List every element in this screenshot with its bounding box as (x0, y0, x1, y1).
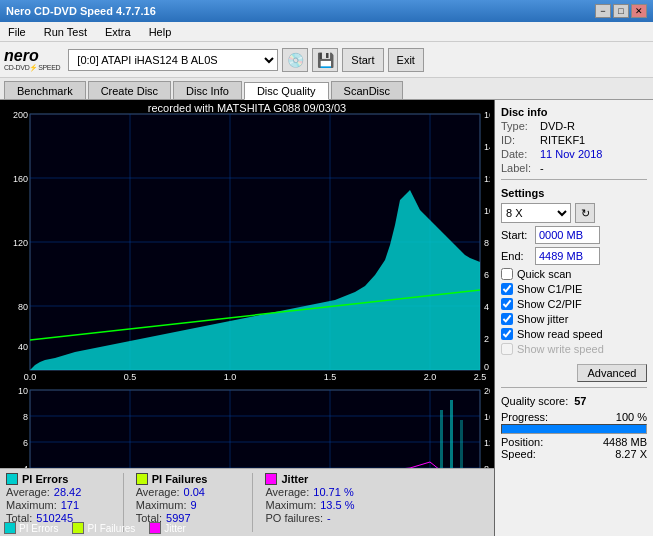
start-input[interactable] (535, 226, 600, 244)
svg-text:8: 8 (484, 238, 489, 248)
svg-text:40: 40 (18, 342, 28, 352)
show-c1pie-row: Show C1/PIE (501, 283, 647, 295)
title-bar-controls: − □ ✕ (595, 4, 647, 18)
svg-text:80: 80 (18, 302, 28, 312)
svg-text:0.5: 0.5 (124, 372, 137, 382)
toolbar: nero CD-DVD⚡SPEED [0:0] ATAPI iHAS124 B … (0, 42, 653, 78)
speed-label: Speed: (501, 448, 536, 460)
legend-area: PI Errors PI Failures Jitter (4, 522, 186, 534)
svg-text:1.5: 1.5 (324, 372, 337, 382)
tab-benchmark[interactable]: Benchmark (4, 81, 86, 99)
disc-label-value: - (540, 162, 544, 174)
device-select[interactable]: [0:0] ATAPI iHAS124 B AL0S (68, 49, 278, 71)
svg-text:10: 10 (484, 206, 490, 216)
exit-button[interactable]: Exit (388, 48, 424, 72)
svg-text:14: 14 (484, 142, 490, 152)
tab-createdisc[interactable]: Create Disc (88, 81, 171, 99)
svg-text:160: 160 (13, 174, 28, 184)
disc-id-label: ID: (501, 134, 536, 146)
show-jitter-row: Show jitter (501, 313, 647, 325)
menu-extra[interactable]: Extra (101, 24, 135, 40)
title-bar-text: Nero CD-DVD Speed 4.7.7.16 (6, 5, 156, 17)
svg-text:16: 16 (484, 412, 490, 422)
disc-type-label: Type: (501, 120, 536, 132)
show-c1pie-label: Show C1/PIE (517, 283, 582, 295)
save-icon[interactable]: 💾 (312, 48, 338, 72)
stats-pif-avg-row: Average: 0.04 (136, 486, 241, 498)
right-panel: Disc info Type: DVD-R ID: RITEKF1 Date: … (495, 100, 653, 536)
title-bar: Nero CD-DVD Speed 4.7.7.16 − □ ✕ (0, 0, 653, 22)
position-value: 4488 MB (603, 436, 647, 448)
menu-runtest[interactable]: Run Test (40, 24, 91, 40)
stats-pie-avg-row: Average: 28.42 (6, 486, 111, 498)
speed-value: 8.27 X (615, 448, 647, 460)
end-row: End: (501, 247, 647, 265)
settings-title: Settings (501, 187, 647, 199)
top-chart: 16 14 12 10 8 6 4 2 0 200 160 120 80 40 (13, 110, 490, 382)
divider-1 (501, 179, 647, 180)
menu-bar: File Run Test Extra Help (0, 22, 653, 42)
menu-file[interactable]: File (4, 24, 30, 40)
legend-jitter: Jitter (149, 522, 186, 534)
chart-header: recorded with MATSHITA G088 09/03/03 (0, 102, 494, 114)
tab-discquality[interactable]: Disc Quality (244, 82, 329, 100)
stats-jitter-title: Jitter (265, 473, 376, 485)
svg-text:8: 8 (23, 412, 28, 422)
quality-score-row: Quality score: 57 (501, 395, 647, 407)
stats-pif-max-row: Maximum: 9 (136, 499, 241, 511)
speed-row: 8 X ↻ (501, 203, 647, 223)
tab-scandisc[interactable]: ScanDisc (331, 81, 403, 99)
disc-label-row: Label: - (501, 162, 647, 174)
nero-logo-sub: CD-DVD⚡SPEED (4, 64, 60, 71)
svg-text:10: 10 (18, 386, 28, 396)
stats-jitter-max-row: Maximum: 13.5 % (265, 499, 376, 511)
speed-select[interactable]: 8 X (501, 203, 571, 223)
close-button[interactable]: ✕ (631, 4, 647, 18)
legend-pif-color (72, 522, 84, 534)
end-label: End: (501, 250, 531, 262)
disc-info-title: Disc info (501, 106, 647, 118)
position-label: Position: (501, 436, 543, 448)
maximize-button[interactable]: □ (613, 4, 629, 18)
svg-text:6: 6 (484, 270, 489, 280)
progress-label: Progress: (501, 411, 548, 423)
stats-jitter-po-row: PO failures: - (265, 512, 376, 524)
show-writespeed-checkbox[interactable] (501, 343, 513, 355)
menu-help[interactable]: Help (145, 24, 176, 40)
show-jitter-checkbox[interactable] (501, 313, 513, 325)
svg-text:4: 4 (484, 302, 489, 312)
svg-text:6: 6 (23, 438, 28, 448)
disc-date-label: Date: (501, 148, 536, 160)
disc-date-value: 11 Nov 2018 (540, 148, 602, 160)
minimize-button[interactable]: − (595, 4, 611, 18)
legend-jitter-label: Jitter (164, 523, 186, 534)
chart-area: recorded with MATSHITA G088 09/03/03 16 … (0, 100, 495, 536)
show-readspeed-checkbox[interactable] (501, 328, 513, 340)
start-button[interactable]: Start (342, 48, 383, 72)
speed-row-progress: Speed: 8.27 X (501, 448, 647, 460)
eject-icon[interactable]: 💿 (282, 48, 308, 72)
advanced-button[interactable]: Advanced (577, 364, 647, 382)
svg-text:2: 2 (484, 334, 489, 344)
disc-id-value: RITEKF1 (540, 134, 585, 146)
show-c1pie-checkbox[interactable] (501, 283, 513, 295)
disc-id-row: ID: RITEKF1 (501, 134, 647, 146)
disc-type-row: Type: DVD-R (501, 120, 647, 132)
position-row: Position: 4488 MB (501, 436, 647, 448)
quick-scan-row: Quick scan (501, 268, 647, 280)
end-input[interactable] (535, 247, 600, 265)
stats-pie-max-row: Maximum: 171 (6, 499, 111, 511)
show-readspeed-row: Show read speed (501, 328, 647, 340)
svg-text:12: 12 (484, 174, 490, 184)
svg-text:20: 20 (484, 386, 490, 396)
progress-bar (501, 424, 647, 434)
progress-section: Progress: 100 % Position: 4488 MB Speed:… (501, 411, 647, 460)
legend-jitter-color (149, 522, 161, 534)
tab-discinfo[interactable]: Disc Info (173, 81, 242, 99)
nero-logo-text: nero (4, 48, 39, 64)
start-row: Start: (501, 226, 647, 244)
refresh-icon[interactable]: ↻ (575, 203, 595, 223)
show-readspeed-label: Show read speed (517, 328, 603, 340)
show-c2pif-checkbox[interactable] (501, 298, 513, 310)
quick-scan-checkbox[interactable] (501, 268, 513, 280)
